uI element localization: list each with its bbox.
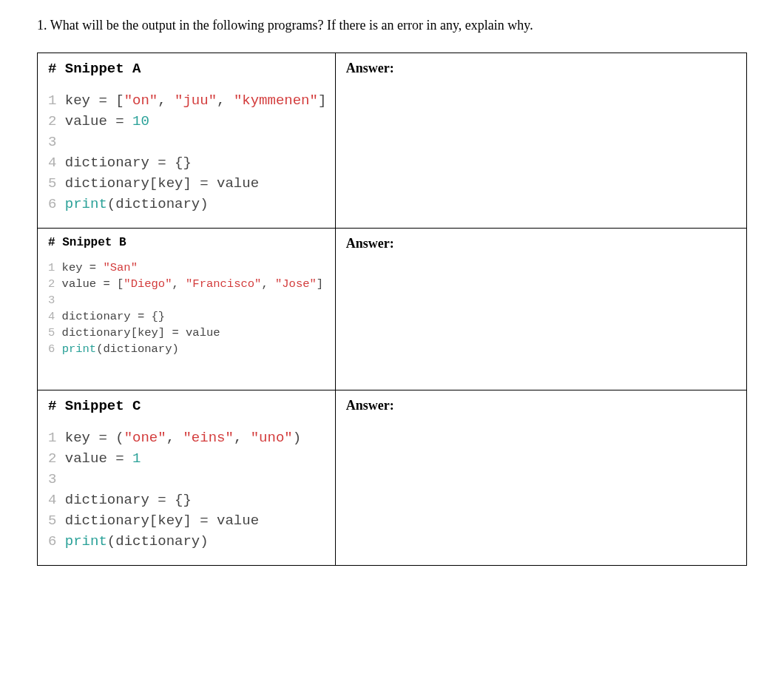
code-block-a: 1 key = ["on", "juu", "kymmenen"]2 value… bbox=[48, 90, 325, 214]
code-token: print bbox=[65, 196, 107, 212]
answer-label-b: Answer: bbox=[346, 236, 394, 251]
code-token bbox=[56, 196, 64, 212]
line-number: 3 bbox=[48, 134, 56, 150]
line-number: 1 bbox=[48, 430, 56, 446]
snippet-title-c: # Snippet C bbox=[48, 398, 325, 414]
code-token: , bbox=[217, 92, 234, 109]
line-number: 5 bbox=[48, 326, 55, 339]
answer-cell-c: Answer: bbox=[335, 390, 746, 566]
code-token: value = bbox=[56, 113, 132, 129]
code-token: dictionary = {} bbox=[56, 492, 191, 508]
line-number: 6 bbox=[48, 533, 56, 549]
answer-cell-b: Answer: bbox=[335, 229, 746, 390]
code-line: 3 bbox=[48, 469, 325, 490]
code-token: ] bbox=[317, 277, 323, 291]
code-token: 1 bbox=[132, 450, 141, 467]
code-token: dictionary[key] = value bbox=[55, 326, 220, 339]
line-number: 5 bbox=[48, 513, 56, 529]
code-token: dictionary = {} bbox=[56, 155, 191, 171]
code-token: print bbox=[65, 533, 107, 549]
code-token: dictionary[key] = value bbox=[56, 175, 259, 192]
code-token: , bbox=[172, 277, 186, 291]
code-line: 6 print(dictionary) bbox=[48, 341, 325, 357]
code-block-b: 1 key = "San"2 value = ["Diego", "Franci… bbox=[48, 260, 325, 357]
answer-label-a: Answer: bbox=[346, 61, 394, 75]
line-number: 6 bbox=[48, 342, 55, 356]
line-number: 2 bbox=[48, 450, 56, 467]
code-line: 2 value = ["Diego", "Francisco", "Jose"] bbox=[48, 276, 325, 292]
page: 1. What will be the output in the follow… bbox=[0, 0, 784, 673]
code-token: "on" bbox=[124, 92, 158, 109]
code-token: , bbox=[234, 430, 251, 446]
question-text: 1. What will be the output in the follow… bbox=[37, 18, 747, 33]
code-line: 5 dictionary[key] = value bbox=[48, 173, 325, 194]
code-token: "uno" bbox=[251, 430, 293, 446]
line-number: 2 bbox=[48, 277, 55, 291]
code-token: , bbox=[158, 92, 175, 109]
code-token: dictionary[key] = value bbox=[56, 513, 259, 529]
snippet-table: # Snippet A 1 key = ["on", "juu", "kymme… bbox=[37, 53, 747, 566]
code-line: 3 bbox=[48, 132, 325, 152]
code-line: 6 print(dictionary) bbox=[48, 194, 325, 214]
code-line: 4 dictionary = {} bbox=[48, 490, 325, 510]
code-line: 1 key = ["on", "juu", "kymmenen"] bbox=[48, 90, 325, 111]
code-token: 10 bbox=[132, 113, 149, 129]
snippet-cell-a: # Snippet A 1 key = ["on", "juu", "kymme… bbox=[38, 53, 336, 229]
code-token bbox=[55, 342, 61, 356]
code-token: "Jose" bbox=[275, 277, 317, 291]
code-token: ] bbox=[318, 92, 326, 109]
code-token: , bbox=[166, 430, 183, 446]
line-number: 5 bbox=[48, 175, 56, 192]
snippet-cell-c: # Snippet C 1 key = ("one", "eins", "uno… bbox=[38, 390, 336, 566]
code-token: (dictionary) bbox=[107, 196, 209, 212]
line-number: 3 bbox=[48, 294, 55, 307]
code-token: "Francisco" bbox=[186, 277, 261, 291]
code-token: key = bbox=[55, 261, 103, 274]
code-line: 6 print(dictionary) bbox=[48, 531, 325, 552]
code-line: 2 value = 1 bbox=[48, 448, 325, 469]
code-token: key = [ bbox=[56, 92, 124, 109]
line-number: 4 bbox=[48, 310, 55, 323]
code-token: (dictionary) bbox=[96, 342, 179, 356]
code-token: (dictionary) bbox=[107, 533, 209, 549]
snippet-title-b: # Snippet B bbox=[48, 236, 325, 249]
code-token: "juu" bbox=[175, 92, 217, 109]
code-token: "eins" bbox=[183, 430, 233, 446]
line-number: 4 bbox=[48, 492, 56, 508]
table-row: # Snippet C 1 key = ("one", "eins", "uno… bbox=[38, 390, 747, 566]
code-token: value = bbox=[56, 450, 132, 467]
table-row: # Snippet B 1 key = "San"2 value = ["Die… bbox=[38, 229, 747, 390]
code-token: "Diego" bbox=[124, 277, 172, 291]
code-token bbox=[56, 533, 64, 549]
code-line: 1 key = ("one", "eins", "uno") bbox=[48, 427, 325, 448]
code-token: print bbox=[62, 342, 97, 356]
code-line: 4 dictionary = {} bbox=[48, 152, 325, 173]
line-number: 4 bbox=[48, 155, 56, 171]
snippet-title-a: # Snippet A bbox=[48, 61, 325, 77]
line-number: 6 bbox=[48, 196, 56, 212]
code-token: value = [ bbox=[55, 277, 124, 291]
code-token: "San" bbox=[103, 261, 138, 274]
code-line: 5 dictionary[key] = value bbox=[48, 325, 325, 341]
code-token: , bbox=[261, 277, 275, 291]
code-line: 5 dictionary[key] = value bbox=[48, 510, 325, 531]
answer-label-c: Answer: bbox=[346, 398, 394, 413]
answer-cell-a: Answer: bbox=[335, 53, 746, 229]
code-token: "kymmenen" bbox=[234, 92, 318, 109]
line-number: 1 bbox=[48, 261, 55, 274]
code-line: 3 bbox=[48, 292, 325, 308]
code-token: key = ( bbox=[56, 430, 124, 446]
code-block-c: 1 key = ("one", "eins", "uno")2 value = … bbox=[48, 427, 325, 552]
code-line: 1 key = "San" bbox=[48, 260, 325, 276]
code-line: 4 dictionary = {} bbox=[48, 308, 325, 325]
code-token: "one" bbox=[124, 430, 166, 446]
line-number: 3 bbox=[48, 471, 56, 487]
line-number: 1 bbox=[48, 92, 56, 109]
code-token: ) bbox=[293, 430, 301, 446]
table-row: # Snippet A 1 key = ["on", "juu", "kymme… bbox=[38, 53, 747, 229]
code-token: dictionary = {} bbox=[55, 310, 165, 323]
line-number: 2 bbox=[48, 113, 56, 129]
code-line: 2 value = 10 bbox=[48, 111, 325, 132]
snippet-cell-b: # Snippet B 1 key = "San"2 value = ["Die… bbox=[38, 229, 336, 390]
